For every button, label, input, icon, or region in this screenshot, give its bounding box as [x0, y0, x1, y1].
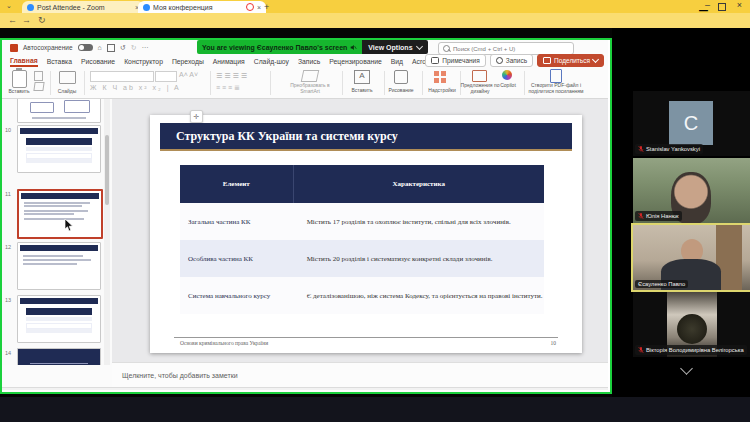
ribbon-tab-record[interactable]: Запись	[298, 58, 320, 65]
insert-label[interactable]: Вставить	[346, 88, 378, 94]
addins-label[interactable]: Надстройки	[422, 88, 462, 94]
draw-pen-icon[interactable]	[394, 70, 408, 84]
window-close-button[interactable]: ×	[737, 0, 742, 10]
more-participants-chevron-icon[interactable]	[680, 362, 693, 375]
ribbon-tab-home[interactable]: Главная	[10, 57, 38, 67]
screen: ⌄ Post Attendee - Zoom × Моя конференция…	[0, 0, 750, 422]
undo-icon[interactable]: ↺	[120, 44, 126, 52]
notes-pane[interactable]: Щелкните, чтобы добавить заметки	[112, 362, 608, 388]
window-minimize-button[interactable]: –	[705, 0, 710, 10]
table-row: Загальна частина КК Містить 17 розділів …	[180, 203, 544, 240]
save-icon[interactable]	[107, 44, 115, 52]
autosave-label: Автосохранение	[23, 44, 73, 51]
designer-icon[interactable]	[472, 70, 487, 82]
slides-label[interactable]: Слайды	[52, 89, 82, 95]
thumbnail-slide-11-selected[interactable]	[17, 189, 103, 239]
browser-tab-my-conference[interactable]: Моя конференция ×	[138, 1, 266, 13]
insert-textbox-icon[interactable]: A	[354, 70, 370, 84]
participant-video	[677, 314, 707, 344]
mouse-cursor	[64, 218, 74, 232]
participant-tile-stanislav[interactable]: C Stanislav Yankovskyi	[633, 91, 750, 156]
thumbnail-slide-9[interactable]	[17, 99, 101, 123]
font-size-dropdown[interactable]	[155, 71, 177, 82]
ppt-app-icon	[10, 44, 18, 52]
create-pdf-icon[interactable]	[550, 69, 562, 83]
thumbnail-scrollbar-thumb[interactable]	[105, 135, 109, 205]
record-button[interactable]: Запись	[490, 54, 533, 67]
share-caret-icon	[592, 56, 599, 63]
autosave-toggle[interactable]	[78, 44, 93, 51]
thumbnail-slide-13[interactable]	[17, 295, 101, 343]
cell-element: Особлива частина КК	[180, 240, 295, 277]
browser-address-bar: ← → ↻ app.zoom.us/wc/76649004400/join?pw…	[0, 13, 750, 28]
mic-muted-icon	[638, 212, 644, 220]
addins-icon[interactable]	[434, 71, 446, 83]
tab-title: Post Attendee - Zoom	[37, 4, 132, 11]
ribbon-tab-slideshow[interactable]: Слайд-шоу	[254, 58, 289, 65]
format-painter-icon[interactable]	[33, 82, 44, 91]
slide-object-anchor-icon[interactable]: ✛	[190, 110, 203, 123]
table-row: Система навчального курсу Є деталізовані…	[180, 277, 544, 314]
slide-thumbnail-panel: 10 11	[2, 99, 113, 365]
copilot-icon[interactable]	[502, 70, 512, 80]
strikethrough-button: ab x² x₂ | A	[123, 84, 181, 91]
ribbon-tab-transitions[interactable]: Переходы	[172, 58, 204, 65]
zoom-favicon-icon	[27, 4, 34, 11]
new-tab-button[interactable]: +	[264, 2, 269, 12]
font-style-buttons: Ж К Ч ab x² x₂ | A	[90, 84, 181, 91]
font-name-dropdown[interactable]	[90, 71, 154, 82]
tab-title: Моя конференция	[153, 4, 243, 11]
mic-muted-icon	[638, 145, 644, 153]
share-icon	[543, 57, 551, 64]
paste-label[interactable]: Вставить	[4, 89, 34, 95]
ribbon-tab-design[interactable]: Конструктор	[124, 58, 163, 65]
copy-icon[interactable]	[34, 71, 43, 81]
participant-avatar: C	[669, 101, 713, 145]
zoom-viewing-banner: You are viewing Єсауленко Павло's screen…	[197, 40, 428, 54]
current-slide[interactable]: ✛ Структура КК України та системи курсу …	[150, 115, 582, 353]
ribbon-tab-insert[interactable]: Вставка	[47, 58, 72, 65]
ribbon-top-buttons: Примечания Запись Поделиться	[425, 54, 604, 67]
tab-close-icon[interactable]: ×	[257, 4, 261, 11]
create-pdf-label[interactable]: Створити PDF-файл і поділитися посилання…	[528, 83, 584, 95]
cell-description: Містить 17 розділів та охоплює інститути…	[295, 203, 544, 240]
browser-tabstrip: ⌄ Post Attendee - Zoom × Моя конференция…	[0, 0, 750, 13]
participant-tile-yuliia[interactable]: Юлія Нанюк	[633, 158, 750, 223]
cell-element: Система навчального курсу	[180, 277, 295, 314]
paste-clipboard-icon[interactable]	[12, 70, 27, 88]
copilot-label[interactable]: Copilot	[496, 83, 520, 89]
ribbon-tab-animations[interactable]: Анимация	[213, 58, 245, 65]
more-commands-icon[interactable]: ⋯	[142, 44, 149, 52]
thumbnail-number: 14	[5, 350, 11, 356]
comments-button[interactable]: Примечания	[425, 54, 486, 67]
home-icon[interactable]: ⌂	[98, 44, 102, 51]
ppt-status-bar: Слайд 10 из 40 русский (Украина) Специал…	[2, 387, 608, 390]
thumbnail-number: 10	[5, 127, 11, 133]
ribbon-tab-draw[interactable]: Рисование	[81, 58, 115, 65]
italic-button: К	[102, 84, 108, 91]
table-header-element: Елемент	[180, 165, 294, 203]
forward-icon[interactable]: →	[22, 13, 31, 28]
ribbon-tab-view[interactable]: Вид	[391, 58, 403, 65]
reload-icon[interactable]: ↻	[38, 13, 46, 28]
comment-bubble-icon	[431, 57, 439, 64]
tab-search-chevron-icon[interactable]: ⌄	[6, 2, 12, 10]
cell-element: Загальна частина КК	[180, 203, 295, 240]
browser-tab-post-attendee[interactable]: Post Attendee - Zoom ×	[22, 1, 144, 13]
designer-label[interactable]: Предложения по дизайну	[460, 83, 500, 95]
participant-tile-viktoriia[interactable]: Вікторія Володимирівна Велігорська	[633, 292, 750, 357]
window-maximize-button[interactable]	[718, 3, 726, 11]
thumbnail-slide-10[interactable]	[17, 125, 101, 173]
thumbnail-slide-14[interactable]	[17, 348, 101, 365]
participant-tile-yesaulenko-active-speaker[interactable]: Єсауленко Павло	[633, 225, 750, 290]
thumbnail-slide-12[interactable]	[17, 242, 101, 290]
share-button[interactable]: Поделиться	[537, 54, 604, 67]
new-slide-icon[interactable]	[59, 71, 76, 84]
record-dot-icon	[496, 57, 503, 64]
draw-label[interactable]: Рисование	[384, 88, 418, 94]
slide-title: Структура КК України та системи курсу	[160, 123, 572, 151]
back-icon[interactable]: ←	[8, 13, 17, 28]
view-options-button[interactable]: View Options	[362, 40, 427, 54]
windows-taskbar: 10 УКР 08:40 11.03.2026 2	[0, 397, 750, 422]
ribbon-tab-review[interactable]: Рецензирование	[329, 58, 381, 65]
